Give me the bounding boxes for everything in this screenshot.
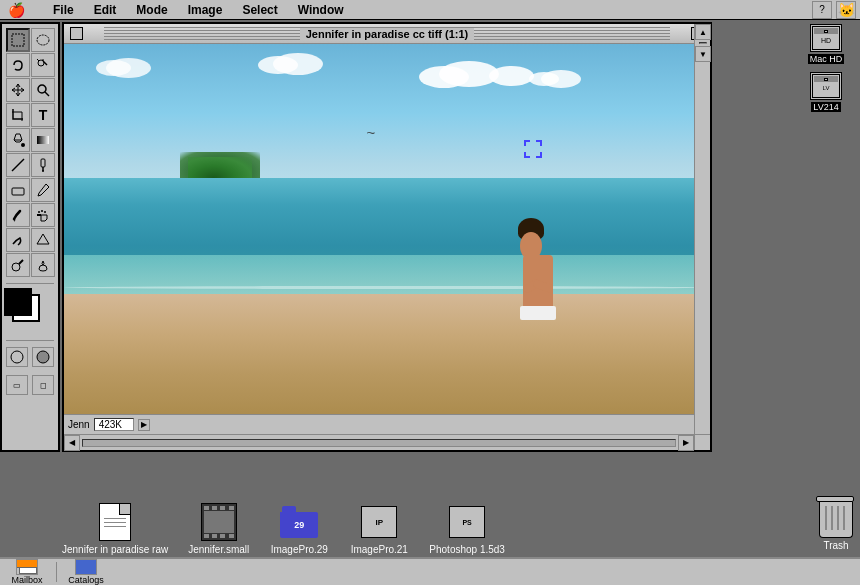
color-swatches[interactable] <box>4 288 56 336</box>
help-icon[interactable]: ? <box>812 1 832 19</box>
jennifer-small-img <box>199 502 239 542</box>
window-close[interactable] <box>70 27 83 40</box>
trash-label: Trash <box>823 540 848 551</box>
svg-point-22 <box>11 351 23 363</box>
imagepro29-icon[interactable]: 29 ImagePro.29 <box>269 502 329 555</box>
imagepro21-icon[interactable]: IP ImagePro.21 <box>349 502 409 555</box>
scrollbar-corner <box>694 434 710 450</box>
full-screen-menu[interactable]: ◻ <box>32 375 54 395</box>
tool-eyedropper[interactable] <box>31 153 55 177</box>
svg-point-6 <box>38 85 46 93</box>
cloud-group-1 <box>419 61 539 91</box>
jennifer-raw-icon[interactable]: Jennifer in paradise raw <box>62 502 168 555</box>
tool-sharpen[interactable] <box>31 228 55 252</box>
svg-point-16 <box>38 211 40 213</box>
menu-image[interactable]: Image <box>184 3 227 17</box>
tool-zoom[interactable] <box>31 78 55 102</box>
menu-select[interactable]: Select <box>238 3 281 17</box>
image-statusbar: Jenn 423K ▶ <box>64 414 694 434</box>
foreground-color[interactable] <box>4 288 32 316</box>
scroll-up[interactable]: ▲ <box>695 24 711 40</box>
svg-point-23 <box>37 351 49 363</box>
menu-window[interactable]: Window <box>294 3 348 17</box>
svg-marker-19 <box>37 234 49 244</box>
photoshop-icon[interactable]: PS Photoshop 1.5d3 <box>429 502 505 555</box>
scroll-track-h[interactable] <box>82 439 676 447</box>
tool-dodge[interactable] <box>6 253 30 277</box>
taskbar-mailbox[interactable]: Mailbox <box>2 558 52 585</box>
taskbar: Mailbox Catalogs <box>0 557 860 585</box>
photoshop-img: PS <box>447 502 487 542</box>
taskbar-catalogs[interactable]: Catalogs <box>61 558 111 585</box>
menu-edit[interactable]: Edit <box>90 3 121 17</box>
svg-line-21 <box>19 260 23 264</box>
jennifer-small-icon[interactable]: Jennifer.small <box>188 502 249 555</box>
quick-mask-on[interactable] <box>32 347 54 367</box>
scroll-track-v[interactable] <box>699 42 707 44</box>
tool-marquee-ellip[interactable] <box>31 28 55 52</box>
tool-paint-bucket[interactable] <box>6 128 30 152</box>
tool-separator-1 <box>6 283 54 284</box>
quick-mask-off[interactable] <box>6 347 28 367</box>
svg-point-20 <box>12 263 20 271</box>
tool-lasso[interactable] <box>6 53 30 77</box>
lv214-icon: LV <box>810 72 842 100</box>
menu-file[interactable]: File <box>49 3 78 17</box>
person <box>508 220 568 320</box>
photoshop-label: Photoshop 1.5d3 <box>429 544 505 555</box>
tool-line[interactable] <box>6 153 30 177</box>
scroll-left[interactable]: ◀ <box>64 435 80 451</box>
tool-burn[interactable] <box>31 253 55 277</box>
person-bottom <box>520 306 556 320</box>
svg-rect-11 <box>41 159 45 167</box>
screen-mode-buttons: ▭ ◻ <box>2 371 58 399</box>
apple-menu[interactable]: 🍎 <box>4 2 29 18</box>
desktop-icon-lv214[interactable]: LV LV214 <box>796 72 856 112</box>
trash-body <box>819 502 853 538</box>
trash-icon[interactable]: Trash <box>818 496 854 551</box>
tool-marquee-rect[interactable] <box>6 28 30 52</box>
menu-mode[interactable]: Mode <box>132 3 171 17</box>
tool-magic-wand[interactable] <box>31 53 55 77</box>
scroll-right[interactable]: ▶ <box>678 435 694 451</box>
doc-icon <box>99 503 131 541</box>
desktop-bottom-icons: Jennifer in paradise raw Jennifer.small … <box>62 502 780 555</box>
tool-eraser[interactable] <box>6 178 30 202</box>
image-window: Jennifer in paradise cc tiff (1:1) <box>62 22 712 452</box>
toolbox: T <box>0 22 60 452</box>
imagepro29-label: ImagePro.29 <box>271 544 328 555</box>
menubar-right: ? 🐱 <box>812 1 856 19</box>
person-arm-right <box>532 279 554 293</box>
mailbox-icon <box>16 559 38 575</box>
svg-point-13 <box>42 170 44 172</box>
svg-rect-0 <box>12 34 24 46</box>
tool-type[interactable]: T <box>31 103 55 127</box>
menubar: 🍎 File Edit Mode Image Select Window ? 🐱 <box>0 0 860 20</box>
tool-airbrush[interactable] <box>31 203 55 227</box>
tool-crop[interactable] <box>6 103 30 127</box>
wave-line <box>64 286 710 289</box>
imagepro21-label: ImagePro.21 <box>351 544 408 555</box>
status-arrow[interactable]: ▶ <box>138 419 150 431</box>
desktop-icons: HD Mac HD LV LV214 <box>796 24 856 112</box>
jennifer-raw-label: Jennifer in paradise raw <box>62 544 168 555</box>
mode-buttons <box>2 343 58 371</box>
folder-selected-icon: 29 <box>280 506 318 538</box>
tool-gradient[interactable] <box>31 128 55 152</box>
svg-line-7 <box>45 92 49 96</box>
svg-point-8 <box>21 143 25 147</box>
standard-screen[interactable]: ▭ <box>6 375 28 395</box>
desktop-icon-mac-hd[interactable]: HD Mac HD <box>796 24 856 64</box>
tool-smudge[interactable] <box>6 228 30 252</box>
scrollbar-vertical: ▲ ▼ <box>694 24 710 434</box>
cloud-group-4 <box>529 70 599 90</box>
app-icon[interactable]: 🐱 <box>836 1 856 19</box>
tool-move[interactable] <box>6 78 30 102</box>
tool-brush[interactable] <box>6 203 30 227</box>
tool-pencil[interactable] <box>31 178 55 202</box>
image-titlebar[interactable]: Jennifer in paradise cc tiff (1:1) <box>64 24 710 44</box>
scroll-down[interactable]: ▼ <box>695 46 711 62</box>
cloud-group-2 <box>258 53 348 78</box>
svg-line-5 <box>37 59 39 61</box>
jennifer-small-label: Jennifer.small <box>188 544 249 555</box>
